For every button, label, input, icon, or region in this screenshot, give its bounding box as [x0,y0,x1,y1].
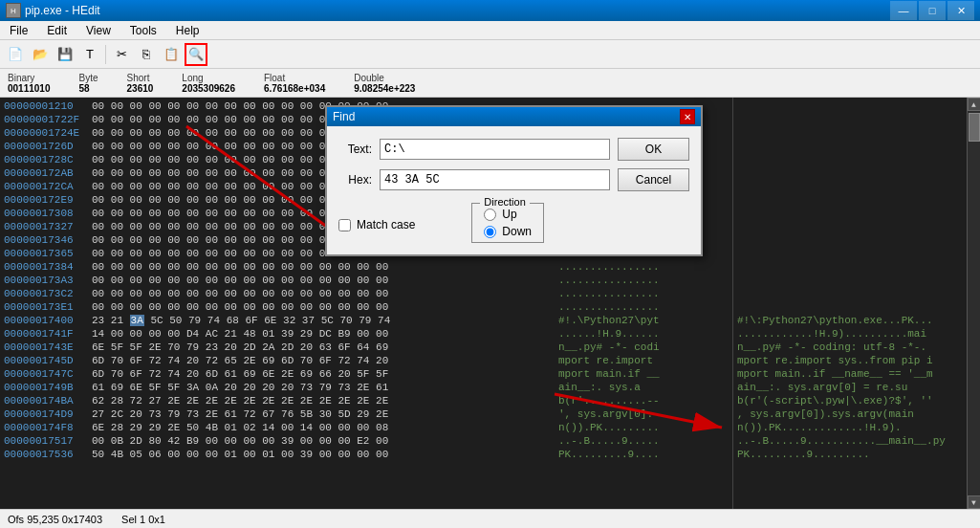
new-button[interactable]: 📄 [4,43,27,66]
dialog-title-text: Find [333,110,355,123]
minimize-button[interactable]: — [890,1,917,20]
dialog-title-bar: Find ✕ [327,107,701,126]
status-bar: Ofs 95,235 0x17403 Sel 1 0x1 [0,509,980,528]
menu-edit[interactable]: Edit [41,22,73,39]
byte-label: Byte [79,73,98,83]
menu-help[interactable]: Help [170,22,206,39]
offset-status: Ofs 95,235 0x17403 [8,514,102,525]
main-area: 0000000121000 00 00 00 00 00 00 00 00 00… [0,98,980,509]
cut-button[interactable]: ✂ [110,43,133,66]
open-button[interactable]: 📂 [29,43,52,66]
app-icon: H [6,3,21,18]
maximize-button[interactable]: □ [919,1,946,20]
text-button[interactable]: T [78,43,101,66]
match-case-checkbox[interactable] [338,219,351,231]
direction-group: Direction Up Down [471,203,544,243]
dialog-body: Text: OK Hex: Cancel Match case [327,126,701,254]
dialog-close-button[interactable]: ✕ [680,109,695,124]
byte-value: 58 [79,83,98,94]
hex-label: Hex: [338,173,372,187]
menu-tools[interactable]: Tools [124,22,163,39]
title-bar-left: H pip.exe - HEdit [6,3,100,18]
down-radio[interactable] [484,226,496,238]
paste-button[interactable]: 📋 [160,43,183,66]
short-label: Short [127,73,154,83]
long-label: Long [182,73,235,83]
match-case-row: Match case [338,218,415,231]
up-radio-row: Up [484,208,532,221]
copy-button[interactable]: ⎘ [135,43,158,66]
cancel-button[interactable]: Cancel [618,168,689,191]
toolbar: 📄 📂 💾 T ✂ ⎘ 📋 🔍 [0,40,980,69]
selection-status: Sel 1 0x1 [121,514,165,525]
down-radio-row: Down [484,225,532,238]
float-info: Float 6.76168e+034 [264,73,325,94]
double-value: 9.08254e+223 [354,83,415,94]
svg-line-2 [555,394,722,428]
hex-input-row: Hex: Cancel [338,168,689,191]
menu-file[interactable]: File [4,22,33,39]
float-value: 6.76168e+034 [264,83,325,94]
direction-legend: Direction [480,196,529,208]
title-bar: H pip.exe - HEdit — □ ✕ [0,0,980,21]
window-title: pip.exe - HEdit [25,4,100,17]
ok-button[interactable]: OK [618,138,689,161]
long-info: Long 2035309626 [182,73,235,94]
binary-label: Binary [8,73,51,83]
menu-view[interactable]: View [80,22,117,39]
find-dialog: Find ✕ Text: OK Hex: Cancel [325,105,703,256]
text-input-row: Text: OK [338,138,689,161]
close-button[interactable]: ✕ [947,1,974,20]
short-info: Short 23610 [127,73,154,94]
binary-value: 00111010 [8,83,51,94]
long-value: 2035309626 [182,83,235,94]
text-label: Text: [338,143,372,156]
menu-bar: File Edit View Tools Help [0,21,980,40]
find-button[interactable]: 🔍 [185,43,207,66]
info-bar: Binary 00111010 Byte 58 Short 23610 Long… [0,69,980,98]
short-value: 23610 [127,83,154,94]
up-radio[interactable] [484,209,496,221]
save-button[interactable]: 💾 [54,43,76,66]
up-label: Up [502,208,516,221]
float-label: Float [264,73,325,83]
match-case-label: Match case [357,218,415,231]
dialog-overlay: Find ✕ Text: OK Hex: Cancel [0,98,980,509]
hex-input[interactable] [380,169,610,190]
double-label: Double [354,73,415,83]
toolbar-separator [105,45,106,64]
binary-info: Binary 00111010 [8,73,51,94]
double-info: Double 9.08254e+223 [354,73,415,94]
down-label: Down [502,225,532,238]
text-input[interactable] [380,139,610,160]
window-controls: — □ ✕ [890,1,974,20]
byte-info: Byte 58 [79,73,98,94]
